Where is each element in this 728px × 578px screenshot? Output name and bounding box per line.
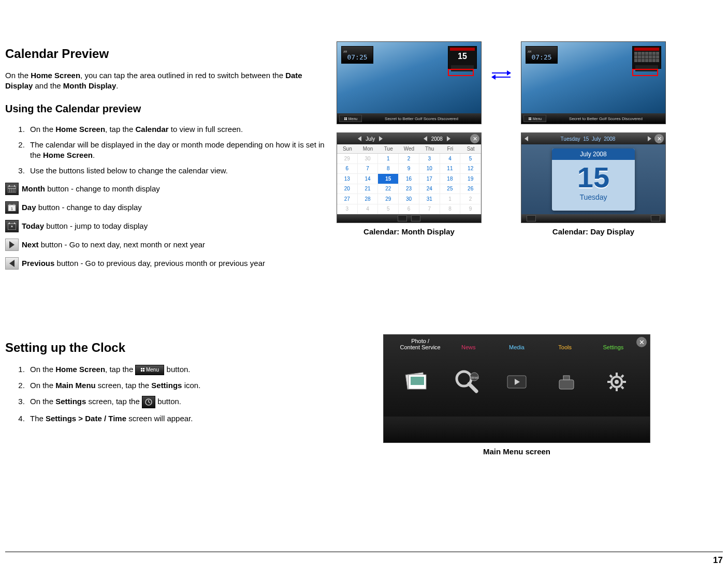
day-button-line: 1 Day button - change to day display (5, 201, 326, 214)
svg-rect-27 (559, 380, 574, 389)
next-month-icon (379, 136, 383, 141)
day-display-block: Tuesday 15 July 2008 ✕ July 2008 15 Tues… (521, 132, 666, 236)
text: icon. (182, 381, 200, 390)
month-cell: 20 (337, 184, 358, 195)
text: button - change to day display (36, 203, 142, 212)
settings-icon (599, 364, 635, 400)
svg-marker-14 (11, 225, 13, 227)
month-caption: Calendar: Month Display (337, 227, 482, 236)
mainmenu-tab: Media (492, 344, 541, 350)
red-highlight-box (448, 69, 474, 76)
text-bold: Month Display (63, 81, 117, 90)
text: to view in full screen. (169, 125, 243, 134)
mainmenu-icons: News (384, 364, 650, 400)
month-cell: 29 (378, 194, 399, 204)
text: Day button - change to day display (22, 203, 142, 212)
text: button. (155, 397, 181, 406)
dow-cell: Sat (460, 144, 481, 153)
month-icon (5, 183, 19, 195)
clock-time: 07:25 (531, 53, 551, 61)
text-bold: Day (22, 203, 36, 212)
text-bold: Home Screen (55, 365, 105, 374)
month-label: July (592, 136, 601, 142)
news-ticker: Secret to Better Golf Scores Discovered (546, 116, 665, 121)
month-cell: 30 (399, 194, 419, 204)
month-cell: 1 (378, 154, 399, 164)
day-icon: 1 (5, 201, 19, 214)
mainmenu-tabs: Photo / Content ServiceNewsMediaToolsSet… (384, 335, 650, 350)
day-of-week-header: SunMonTueWedThuFriSat (337, 144, 481, 154)
month-label: July (366, 136, 375, 142)
month-cell: 6 (337, 164, 358, 174)
text: , you can tap the area outlined in red t… (80, 71, 285, 80)
intro-paragraph: On the Home Screen, you can tap the area… (5, 70, 326, 92)
month-cell: 2 (399, 154, 419, 164)
today-button-line: Today button - jump to today display (5, 220, 326, 232)
month-cell: 9 (460, 204, 481, 215)
previous-icon (5, 257, 19, 270)
close-icon: ✕ (470, 134, 479, 143)
next-icon (5, 239, 19, 251)
month-cell: 15 (378, 174, 399, 184)
month-cell: 19 (460, 174, 481, 184)
page-number: 17 (5, 552, 723, 566)
month-cell: 7 (358, 164, 378, 174)
text: Next button - Go to next day, next month… (22, 240, 205, 249)
month-cell: 24 (419, 184, 440, 195)
menu-label: Menu (533, 117, 542, 121)
svg-rect-8 (9, 204, 10, 205)
bottom-bar: Menu Secret to Better Golf Scores Discov… (337, 113, 481, 124)
svg-rect-9 (13, 204, 14, 205)
dow-cell: Fri (440, 144, 461, 153)
year-label: 2008 (604, 136, 615, 142)
dow-cell: Sun (337, 144, 358, 153)
month-cell: 10 (419, 164, 440, 174)
clock-widget: AM 07:25 (526, 46, 558, 64)
month-cell: 22 (378, 184, 399, 195)
today-view-icon (411, 215, 420, 221)
clock-step-3: On the Settings screen, tap the button. (27, 396, 326, 408)
month-cell: 16 (399, 174, 419, 184)
calendar-displays-figure: July 2008 ✕ SunMonTueWedThuFriSat 293012… (337, 132, 709, 236)
day-bottom-bar (521, 214, 665, 223)
clock-ampm: AM (343, 50, 347, 53)
text: button - change to month display (45, 184, 160, 193)
text: and the (33, 81, 63, 90)
month-cell: 28 (358, 194, 378, 204)
month-cell: 13 (337, 174, 358, 184)
menu-mini-icon: Menu (339, 115, 362, 122)
month-cell: 27 (337, 194, 358, 204)
home-screen-day: AM 07:25 15 Menu Secret to Better Golf S… (337, 41, 482, 124)
clock-step-4: The Settings > Date / Time screen will a… (27, 413, 326, 424)
month-cell: 7 (419, 204, 440, 215)
text: On the (30, 381, 55, 390)
text: , tap the (105, 125, 135, 134)
svg-line-37 (621, 375, 623, 377)
month-cell: 3 (419, 154, 440, 164)
day-nav-bar: Tuesday 15 July 2008 ✕ (521, 133, 665, 144)
menu-button-icon: Menu (135, 365, 164, 375)
red-highlight-box (632, 69, 658, 76)
text: On the (30, 397, 55, 406)
svg-rect-13 (14, 223, 15, 224)
month-cell: 4 (440, 154, 461, 164)
month-cell: 21 (358, 184, 378, 195)
day-page-header: July 2008 (552, 149, 635, 160)
step-3: Use the buttons listed below to change t… (27, 166, 326, 176)
text: Month button - change to month display (22, 184, 160, 193)
svg-text:1: 1 (11, 206, 13, 211)
svg-line-34 (610, 375, 612, 377)
dow-cell: Tue (378, 144, 399, 153)
today-view-icon (651, 215, 660, 221)
clock-ampm: AM (528, 50, 531, 53)
text: On the (5, 71, 31, 80)
text: button - Go to next day, next month or n… (39, 240, 206, 249)
text: On the (30, 125, 55, 134)
svg-line-22 (469, 384, 476, 391)
month-cell: 5 (460, 154, 481, 164)
month-cell: 29 (337, 154, 358, 164)
month-cell: 2 (460, 194, 481, 204)
menu-label: Menu (348, 117, 358, 121)
text: . (93, 151, 95, 159)
month-cell: 8 (440, 204, 461, 215)
